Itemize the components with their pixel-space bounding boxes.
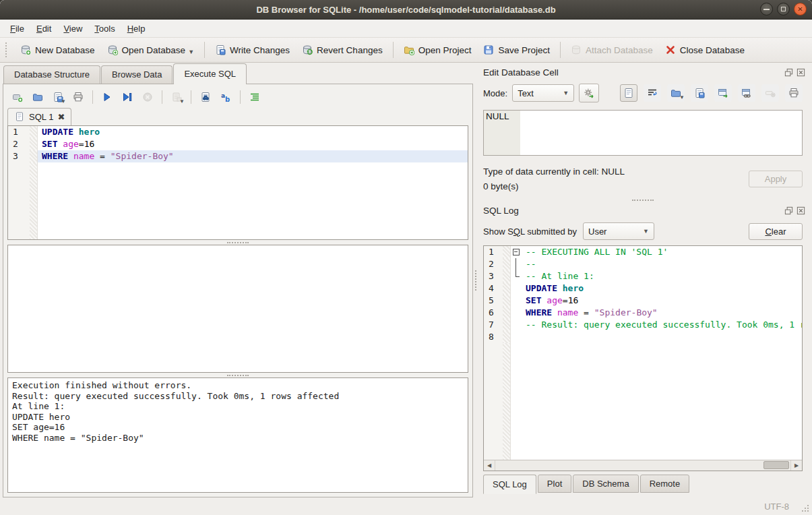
code-line[interactable]: 1-- EXECUTING ALL IN 'SQL 1' [484, 246, 802, 258]
auto-format-button[interactable] [579, 84, 599, 102]
autocomplete-button[interactable]: ab [217, 89, 235, 105]
toolbar-separator [92, 90, 93, 104]
svg-text:b: b [225, 96, 230, 103]
horizontal-scrollbar[interactable]: ◀▶ [484, 460, 802, 471]
tab-execute-sql[interactable]: Execute SQL [173, 63, 247, 84]
autocomplete-icon: ab [220, 92, 231, 102]
apply-button[interactable]: Apply [749, 171, 803, 187]
new-database-button[interactable]: New Database [14, 40, 101, 59]
code-line[interactable]: 5SET age=16 [484, 295, 802, 307]
open-tab-button[interactable] [9, 89, 26, 105]
clear-button[interactable]: Clear [749, 223, 803, 240]
text-view-button[interactable] [620, 84, 637, 102]
dock-splitter[interactable] [478, 198, 808, 202]
revert-changes-button[interactable]: Revert Changes [296, 40, 389, 59]
scroll-left-arrow-icon[interactable]: ◀ [484, 460, 495, 471]
left-panel: Database StructureBrowse DataExecute SQL… [0, 63, 473, 497]
menu-tools[interactable]: Tools [88, 21, 121, 36]
sql-editor[interactable]: 1UPDATE hero2SET age=163WHERE name = "Sp… [7, 125, 468, 240]
dock-tabbar: SQL LogPlotDB SchemaRemote [478, 471, 808, 497]
sql-doc-tab[interactable]: SQL 1 ✖ [7, 108, 71, 125]
dock-tab-plot[interactable]: Plot [538, 475, 571, 493]
dock-tab-sql-log[interactable]: SQL Log [483, 475, 536, 494]
submitted-by-select[interactable]: User ▼ [583, 222, 654, 240]
code-line[interactable]: 8 [484, 331, 802, 343]
close-button[interactable]: ✕ [794, 3, 807, 16]
statusbar: UTF-8 [0, 497, 812, 515]
resize-grip-icon[interactable] [807, 510, 809, 512]
filter-label: Show SQL submitted by [483, 226, 577, 237]
format-sql-icon [249, 92, 260, 102]
open-sql-file-icon [32, 92, 43, 102]
set-null-button[interactable] [761, 84, 779, 102]
menu-view[interactable]: View [57, 21, 88, 36]
scroll-right-arrow-icon[interactable]: ▶ [790, 460, 802, 471]
execute-all-button[interactable] [98, 89, 116, 105]
tab-close-icon[interactable]: ✖ [57, 112, 65, 122]
code-line[interactable]: 6WHERE name = "Spider-Boy" [484, 307, 802, 319]
open-database-button[interactable]: Open Database▼ [101, 40, 201, 59]
print-cell-button[interactable] [785, 84, 803, 102]
encoding-indicator[interactable]: UTF-8 [764, 502, 789, 512]
copy-link-button[interactable] [738, 84, 755, 102]
code-line[interactable]: 3-- At line 1: [484, 270, 802, 282]
open-external-button[interactable] [714, 84, 732, 102]
mode-select[interactable]: Text ▼ [512, 84, 574, 102]
sql-log-dock-title: SQL Log [478, 202, 808, 218]
scrollbar-thumb[interactable] [763, 461, 789, 469]
close-database-button[interactable]: Close Database [659, 40, 751, 59]
word-wrap-button[interactable] [644, 84, 661, 102]
menu-help[interactable]: Help [121, 21, 152, 36]
open-sql-file-button[interactable] [29, 89, 46, 105]
fold-marker-icon[interactable] [511, 246, 522, 258]
fold-margin [511, 331, 522, 343]
dock-tab-db-schema[interactable]: DB Schema [573, 475, 638, 493]
code-line[interactable]: 2-- [484, 258, 802, 270]
editor-results-splitter[interactable] [7, 240, 468, 245]
dock-tab-remote[interactable]: Remote [640, 475, 690, 493]
save-project-button[interactable]: Save Project [477, 40, 556, 59]
execution-status-log[interactable]: Execution finished without errors. Resul… [7, 377, 468, 493]
dock-close-button[interactable] [796, 67, 806, 78]
toolbar-handle[interactable] [5, 42, 11, 57]
export-results-button[interactable]: ▼ [168, 89, 185, 105]
panel-splitter[interactable] [473, 63, 478, 497]
menu-file[interactable]: File [4, 21, 30, 36]
tab-browse-data[interactable]: Browse Data [101, 65, 173, 84]
code-line[interactable]: 7-- Result: query executed successfully.… [484, 319, 802, 331]
sql-log-view[interactable]: 1-- EXECUTING ALL IN 'SQL 1'2--3-- At li… [483, 245, 803, 471]
save-sql-file-button[interactable]: ▼ [49, 89, 67, 105]
code-line[interactable]: 1UPDATE hero [8, 126, 468, 138]
tab-database-structure[interactable]: Database Structure [3, 65, 100, 84]
line-number: 6 [484, 307, 503, 319]
format-sql-button[interactable] [246, 89, 263, 105]
mode-select-value: Text [518, 88, 534, 98]
open-project-button[interactable]: Open Project [398, 40, 478, 59]
dock-float-button[interactable] [784, 67, 794, 78]
execute-current-line-icon [122, 92, 133, 102]
cell-value-editor[interactable]: NULL [483, 110, 803, 156]
import-data-button[interactable]: ▼ [667, 84, 685, 102]
print-button[interactable] [69, 89, 87, 105]
minimize-button[interactable] [760, 3, 773, 16]
code-line[interactable]: 2SET age=16 [8, 138, 468, 150]
code-line[interactable]: 3WHERE name = "Spider-Boy" [8, 150, 468, 162]
attach-database-button[interactable]: Attach Database [565, 40, 659, 59]
write-changes-button[interactable]: Write Changes [209, 40, 296, 59]
dropdown-arrow-icon[interactable]: ▼ [188, 49, 194, 55]
results-log-splitter[interactable] [7, 373, 468, 377]
stop-button[interactable] [139, 89, 156, 105]
line-number: 7 [484, 319, 503, 331]
set-null-icon [765, 88, 776, 98]
dock-float-button[interactable] [784, 206, 794, 216]
export-data-button[interactable] [691, 84, 708, 102]
menu-edit[interactable]: Edit [30, 21, 57, 36]
maximize-button[interactable] [777, 3, 790, 16]
line-number: 4 [484, 282, 503, 295]
execute-current-line-button[interactable] [119, 89, 136, 105]
code-line[interactable]: 4UPDATE hero [484, 282, 802, 295]
gutter-margin [503, 307, 511, 319]
find-replace-button[interactable] [197, 89, 214, 105]
dock-close-button[interactable] [796, 206, 806, 216]
results-pane[interactable] [7, 245, 468, 373]
